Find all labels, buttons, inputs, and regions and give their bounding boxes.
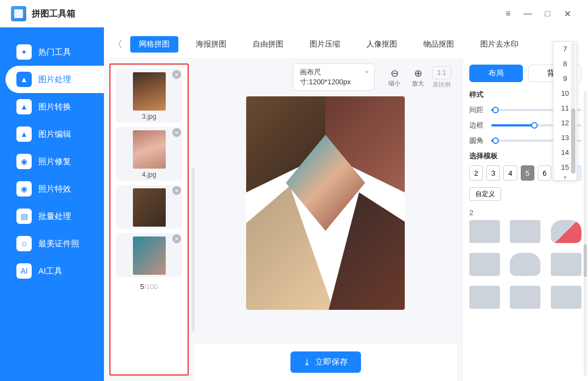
right-tab-layout[interactable]: 布局 <box>469 65 523 82</box>
canvas-toolbar: 画布尺寸:1200*1200px ⊖ 缩小 ⊕ 放大 1:1 原比例 <box>194 64 457 91</box>
thumbnails-panel: ✕3.jpg✕4.jpg✕✕5/100 <box>109 64 189 376</box>
count-button-6[interactable]: 6 <box>538 165 551 181</box>
zoom-in-icon: ⊕ <box>414 67 422 79</box>
thumbnails-scrollbar[interactable] <box>191 168 195 332</box>
ratio-label: 原比例 <box>433 80 451 89</box>
thumbnail-remove-icon[interactable]: ✕ <box>172 70 181 79</box>
sidebar-item-label: AI工具 <box>38 266 62 276</box>
thumbnail-remove-icon[interactable]: ✕ <box>172 186 181 195</box>
thumbnail-remove-icon[interactable]: ✕ <box>172 128 181 137</box>
titlebar: 拼图工具箱 ≡ — □ ✕ <box>0 0 588 27</box>
template-thumb[interactable] <box>551 253 581 276</box>
slider-label: 边框 <box>469 120 486 130</box>
template-thumb[interactable] <box>469 286 500 309</box>
sidebar-item-7[interactable]: ☺最美证件照 <box>0 230 104 257</box>
tab-2[interactable]: 自由拼图 <box>244 36 292 53</box>
minimize-button[interactable]: — <box>518 4 538 24</box>
content: 〈 网格拼图海报拼图自由拼图图片压缩人像抠图物品抠图图片去水印 ✕3.jpg✕4… <box>104 27 588 381</box>
app-logo-icon <box>11 6 26 21</box>
sidebar-item-label: 照片修复 <box>38 157 71 167</box>
tab-6[interactable]: 图片去水印 <box>471 36 527 53</box>
tab-0[interactable]: 网格拼图 <box>130 36 178 53</box>
thumbnail-image <box>133 130 166 169</box>
slider-thumb[interactable] <box>531 122 538 129</box>
thumbnail-card[interactable]: ✕ <box>116 233 182 277</box>
sidebar-item-label: 图片编辑 <box>38 129 71 140</box>
back-button[interactable]: 〈 <box>109 36 126 53</box>
thumbnail-card[interactable]: ✕ <box>116 185 182 229</box>
tabs: 〈 网格拼图海报拼图自由拼图图片压缩人像抠图物品抠图图片去水印 <box>104 31 588 58</box>
right-panel-scrollbar[interactable] <box>584 91 587 376</box>
sidebar: ✦热门工具▲图片处理▲图片转换▲图片编辑◉照片修复◉照片特效▤批量处理☺最美证件… <box>0 27 104 381</box>
more-count-dropdown: 789101112131415▾ <box>553 41 577 181</box>
template-thumb[interactable] <box>510 220 540 243</box>
sidebar-item-0[interactable]: ✦热门工具 <box>0 38 104 66</box>
sidebar-item-4[interactable]: ◉照片修复 <box>0 148 104 175</box>
thumbnail-card[interactable]: ✕3.jpg <box>116 69 182 123</box>
thumbnails-counter: 5/100 <box>116 282 182 291</box>
sidebar-icon: ▤ <box>16 209 32 224</box>
tab-1[interactable]: 海报拼图 <box>187 36 235 53</box>
slider-thumb[interactable] <box>492 107 499 113</box>
zoom-in-label: 放大 <box>412 79 424 88</box>
sidebar-item-label: 最美证件照 <box>38 239 79 249</box>
count-button-2[interactable]: 2 <box>469 165 483 181</box>
save-button[interactable]: ⤓ 立即保存 <box>290 351 361 373</box>
count-button-3[interactable]: 3 <box>486 165 500 181</box>
sidebar-item-label: 热门工具 <box>38 47 71 57</box>
dropdown-scrollbar[interactable] <box>571 43 575 174</box>
sidebar-icon: ▲ <box>16 72 32 87</box>
sidebar-item-5[interactable]: ◉照片特效 <box>0 175 104 203</box>
template-thumb[interactable] <box>510 286 540 309</box>
zoom-out-button[interactable]: ⊖ 缩小 <box>386 67 404 88</box>
tab-5[interactable]: 物品抠图 <box>415 36 463 53</box>
sidebar-item-label: 照片特效 <box>38 184 71 194</box>
slider-thumb[interactable] <box>492 137 499 144</box>
sidebar-icon: ☺ <box>16 236 32 251</box>
template-group-label: 2 <box>469 209 581 217</box>
tab-3[interactable]: 图片压缩 <box>301 36 349 53</box>
sidebar-item-8[interactable]: AIAI工具 <box>0 257 104 285</box>
sidebar-item-2[interactable]: ▲图片转换 <box>0 93 104 120</box>
sidebar-icon: ✦ <box>16 44 32 60</box>
count-button-5[interactable]: 5 <box>521 165 534 181</box>
sidebar-icon: AI <box>16 263 32 279</box>
zoom-out-label: 缩小 <box>388 79 400 88</box>
custom-template-button[interactable]: 自定义 <box>469 187 501 201</box>
ratio-button[interactable]: 1:1 <box>432 66 451 79</box>
sidebar-item-1[interactable]: ▲图片处理 <box>5 66 104 93</box>
thumbnail-image <box>133 72 166 111</box>
app-title: 拼图工具箱 <box>32 8 75 20</box>
thumbnail-remove-icon[interactable]: ✕ <box>172 234 181 243</box>
maximize-button[interactable]: □ <box>538 4 557 24</box>
sidebar-item-6[interactable]: ▤批量处理 <box>0 203 104 230</box>
sidebar-icon: ▲ <box>16 99 32 114</box>
sidebar-icon: ▲ <box>16 126 32 142</box>
canvas-size-dropdown[interactable]: 画布尺寸:1200*1200px <box>293 64 375 91</box>
sidebar-item-label: 图片处理 <box>38 74 71 85</box>
collage-preview[interactable] <box>246 96 405 310</box>
template-thumb[interactable] <box>551 220 581 243</box>
zoom-in-button[interactable]: ⊕ 放大 <box>409 67 427 88</box>
slider-label: 间距 <box>469 105 486 115</box>
slider-label: 圆角 <box>469 136 486 146</box>
sidebar-icon: ◉ <box>16 154 32 169</box>
menu-button[interactable]: ≡ <box>498 4 518 24</box>
thumbnail-name: 3.jpg <box>119 113 179 120</box>
template-thumb[interactable] <box>469 253 500 276</box>
count-button-4[interactable]: 4 <box>503 165 517 181</box>
template-thumb[interactable] <box>510 253 540 276</box>
template-thumb[interactable] <box>469 220 500 243</box>
sidebar-icon: ◉ <box>16 181 32 197</box>
save-button-label: 立即保存 <box>315 357 348 367</box>
thumbnail-image <box>133 236 166 275</box>
template-thumb[interactable] <box>551 286 581 309</box>
dropdown-down-arrow-icon[interactable]: ▾ <box>554 175 577 180</box>
tab-4[interactable]: 人像抠图 <box>358 36 406 53</box>
thumbnail-image <box>133 188 166 227</box>
close-button[interactable]: ✕ <box>557 4 577 24</box>
sidebar-item-3[interactable]: ▲图片编辑 <box>0 120 104 148</box>
zoom-out-icon: ⊖ <box>391 67 399 79</box>
thumbnail-name: 4.jpg <box>119 171 179 178</box>
thumbnail-card[interactable]: ✕4.jpg <box>116 127 182 181</box>
